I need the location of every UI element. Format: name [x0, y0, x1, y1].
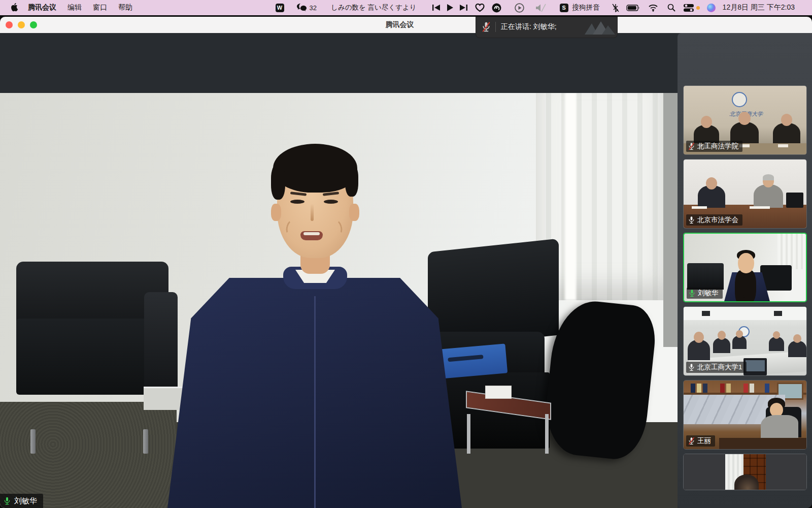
participant-name: 王丽 — [697, 436, 711, 446]
play-icon[interactable] — [447, 0, 453, 15]
menubar-datetime[interactable]: 12月8日 周三 下午2:03 — [723, 0, 795, 15]
siri-icon[interactable] — [707, 4, 716, 12]
control-center-icon[interactable] — [684, 0, 700, 15]
participant-tile[interactable]: 北京工商大学1 — [683, 306, 807, 376]
muted-mic-icon — [688, 436, 695, 446]
volume-muted-icon[interactable] — [535, 0, 547, 15]
tencent-meeting-logo — [584, 19, 616, 37]
menu-window[interactable]: 窗口 — [87, 0, 113, 15]
menu-help[interactable]: 帮助 — [113, 0, 138, 15]
mic-on-icon — [688, 215, 695, 225]
window-title: 腾讯会议 — [0, 20, 799, 29]
participant-name: 北京市法学会 — [697, 215, 738, 225]
participant-name: 北工商法学院 — [697, 142, 738, 151]
wall-right-band — [663, 93, 678, 347]
university-logo — [732, 92, 747, 107]
participant-tile[interactable]: 北京市法学会 — [683, 159, 807, 229]
participant-name: 北京工商大学1 — [697, 363, 742, 372]
wechat-unread-count: 32 — [310, 4, 317, 12]
speaking-banner: 正在讲话: 刘敏华; — [476, 17, 618, 38]
main-speaker-video — [0, 93, 678, 508]
menu-bar: 腾讯会议 编辑 窗口 帮助 W 32 しみの数を 言い尽くすより — [0, 0, 812, 15]
wechat-icon — [296, 3, 307, 12]
sogou-icon[interactable]: S — [560, 4, 568, 12]
menu-edit[interactable]: 编辑 — [62, 0, 87, 15]
wifi-icon[interactable] — [648, 0, 658, 15]
menu-app-name[interactable]: 腾讯会议 — [22, 0, 62, 15]
skip-back-icon[interactable] — [432, 0, 441, 15]
mic-on-icon — [688, 363, 695, 372]
battery-icon[interactable] — [626, 0, 640, 15]
play-circle-icon[interactable] — [515, 0, 524, 15]
apple-icon — [11, 3, 19, 12]
curtain-light — [565, 93, 576, 300]
participant-video — [684, 454, 806, 490]
participant-tile[interactable]: 王丽 — [683, 380, 807, 450]
speaking-mic-icon — [3, 496, 11, 506]
participant-tile[interactable]: 北京工商大学 北工商法学院 — [683, 85, 807, 155]
wooden-side-table — [466, 397, 551, 454]
main-speaker-name-tag: 刘敏华 — [0, 494, 43, 508]
banner-divider — [495, 22, 496, 32]
speaker-person — [162, 144, 467, 508]
participant-tile[interactable] — [683, 454, 807, 490]
banner-muted-mic-icon — [481, 21, 491, 33]
sogou-label: 搜狗拼音 — [572, 0, 600, 15]
wechat-status[interactable]: 32 — [296, 0, 317, 15]
apple-menu[interactable] — [7, 0, 22, 15]
now-playing-text: しみの数を 言い尽くすより — [331, 0, 417, 15]
bluetooth-off-icon[interactable] — [612, 0, 619, 15]
main-stage[interactable]: 刘敏华 — [0, 33, 678, 508]
favorite-heart-icon[interactable] — [475, 0, 485, 15]
muted-mic-icon — [688, 142, 695, 151]
tencent-meeting-window: 腾讯会议 正在讲话: 刘敏华; — [0, 17, 812, 508]
speaking-mic-icon — [688, 289, 696, 298]
participants-sidebar[interactable]: 北京工商大学 北工商法学院 — [678, 33, 812, 508]
participant-tile-active[interactable]: 刘敏华 — [683, 233, 807, 302]
recording-dot — [696, 6, 700, 10]
main-speaker-name: 刘敏华 — [14, 496, 37, 506]
window-titlebar[interactable]: 腾讯会议 — [0, 17, 812, 33]
music-app-icon[interactable] — [492, 0, 501, 15]
spotlight-search-icon[interactable] — [667, 0, 675, 15]
wps-icon[interactable]: W — [276, 4, 284, 12]
participant-name: 刘敏华 — [698, 289, 719, 298]
speaking-banner-text: 正在讲话: 刘敏华; — [501, 22, 557, 31]
skip-forward-icon[interactable] — [459, 0, 468, 15]
